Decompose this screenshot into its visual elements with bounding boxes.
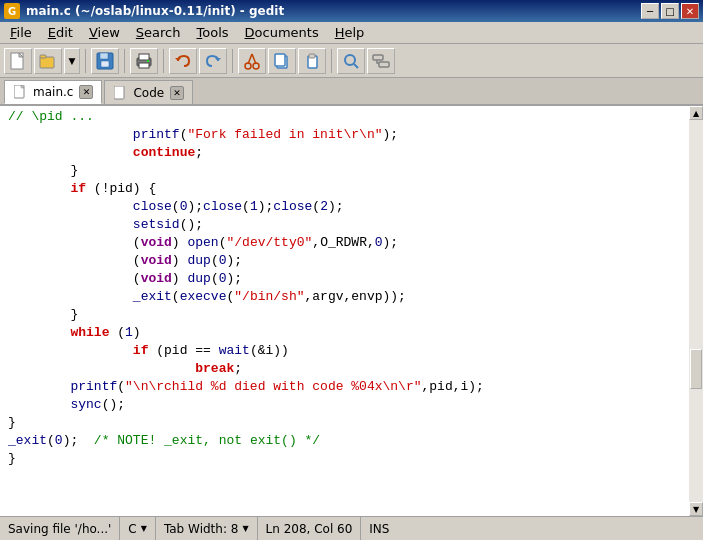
status-mode: INS [361,517,397,540]
scroll-down-button[interactable]: ▼ [689,502,703,516]
tab-code-close[interactable]: ✕ [170,86,184,100]
menu-tools[interactable]: Tools [189,23,237,42]
menu-bar: File Edit View Search Tools Documents He… [0,22,703,44]
cut-button[interactable] [238,48,266,74]
svg-line-15 [248,54,252,64]
svg-point-10 [147,60,149,62]
minimize-button[interactable]: ─ [641,3,659,19]
print-button[interactable] [130,48,158,74]
editor-content[interactable]: // \pid ... printf("Fork failed in init\… [0,106,689,516]
editor-container: // \pid ... printf("Fork failed in init\… [0,106,703,516]
status-language[interactable]: C ▼ [120,517,156,540]
tab-main-c-label: main.c [33,85,73,99]
find-button[interactable] [337,48,365,74]
svg-rect-3 [40,55,46,58]
svg-rect-23 [373,55,383,60]
file-icon [13,85,27,99]
svg-rect-2 [40,57,54,68]
scroll-thumb[interactable] [690,349,702,389]
svg-rect-20 [309,54,315,58]
svg-line-16 [252,54,256,64]
undo-button[interactable] [169,48,197,74]
menu-view[interactable]: View [81,23,128,42]
tab-code[interactable]: Code ✕ [104,80,193,104]
maximize-button[interactable]: □ [661,3,679,19]
menu-help[interactable]: Help [327,23,373,42]
scroll-track[interactable] [689,120,703,502]
app-icon: G [4,3,20,19]
menu-edit[interactable]: Edit [40,23,81,42]
tab-bar: main.c ✕ Code ✕ [0,78,703,106]
tab-code-label: Code [133,86,164,100]
svg-rect-5 [100,53,108,59]
paste-button[interactable] [298,48,326,74]
svg-point-21 [345,55,355,65]
redo-button[interactable] [199,48,227,74]
window-title: main.c (~/oslab/linux-0.11/init) - gedit [26,4,284,18]
tab-main-c[interactable]: main.c ✕ [4,80,102,104]
menu-documents[interactable]: Documents [237,23,327,42]
close-button[interactable]: ✕ [681,3,699,19]
status-position: Ln 208, Col 60 [258,517,362,540]
svg-marker-11 [175,58,181,61]
toolbar-separator-5 [331,49,332,73]
svg-marker-12 [215,58,221,61]
title-bar-left: G main.c (~/oslab/linux-0.11/init) - ged… [4,3,284,19]
open-dropdown-button[interactable]: ▼ [64,48,80,74]
save-button[interactable] [91,48,119,74]
menu-search[interactable]: Search [128,23,189,42]
svg-rect-24 [379,62,389,67]
scrollbar-vertical[interactable]: ▲ ▼ [689,106,703,516]
status-saving: Saving file '/ho...' [0,517,120,540]
svg-rect-6 [101,61,109,67]
copy-button[interactable] [268,48,296,74]
toolbar-separator-2 [124,49,125,73]
svg-line-22 [354,64,358,68]
toolbar: ▼ [0,44,703,78]
language-dropdown-arrow: ▼ [141,524,147,533]
svg-rect-8 [139,54,149,60]
menu-file[interactable]: File [2,23,40,42]
scroll-up-button[interactable]: ▲ [689,106,703,120]
status-tab-width[interactable]: Tab Width: 8 ▼ [156,517,258,540]
toolbar-separator-1 [85,49,86,73]
tab-width-dropdown-arrow: ▼ [242,524,248,533]
open-button[interactable] [34,48,62,74]
svg-rect-18 [275,54,285,66]
tab-main-c-close[interactable]: ✕ [79,85,93,99]
toolbar-separator-3 [163,49,164,73]
title-bar: G main.c (~/oslab/linux-0.11/init) - ged… [0,0,703,22]
toolbar-separator-4 [232,49,233,73]
title-buttons[interactable]: ─ □ ✕ [641,3,699,19]
new-button[interactable] [4,48,32,74]
replace-button[interactable] [367,48,395,74]
svg-rect-9 [139,63,149,68]
tab-width-dropdown[interactable]: Tab Width: 8 ▼ [164,522,249,536]
tab-code-icon [113,86,127,100]
language-dropdown[interactable]: C ▼ [128,522,147,536]
svg-rect-27 [114,86,124,99]
status-bar: Saving file '/ho...' C ▼ Tab Width: 8 ▼ … [0,516,703,540]
